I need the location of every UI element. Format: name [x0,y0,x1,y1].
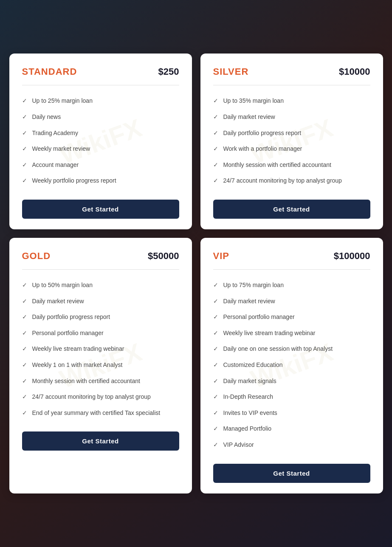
feature-text: Monthly session with certified accountan… [223,161,331,169]
feature-text: Daily one on one session with top Analys… [223,345,333,353]
gold-feature-list: ✓Up to 50% margin loan✓Daily market revi… [22,277,179,421]
list-item: ✓Up to 50% margin loan [22,277,179,293]
feature-text: End of year summary with certified Tax s… [32,409,161,417]
silver-price: $10000 [339,66,370,77]
check-icon: ✓ [213,313,218,320]
feature-text: Daily market review [32,297,84,306]
list-item: ✓24/7 account monitoring by top analyst … [213,173,370,189]
feature-text: 24/7 account monitoring by top analyst g… [32,393,151,401]
check-icon: ✓ [22,130,27,136]
feature-text: Daily market signals [223,377,276,386]
card-vip: VIP$100000✓Up to 75% margin loan✓Daily m… [200,238,383,493]
list-item: ✓Daily one on one session with top Analy… [213,341,370,357]
gold-get-started-button[interactable]: Get Started [22,431,179,451]
check-icon: ✓ [22,361,27,368]
feature-text: Personal portfolio manager [223,313,295,321]
vip-title: VIP [213,251,229,262]
list-item: ✓Up to 75% margin loan [213,277,370,293]
check-icon: ✓ [213,393,218,400]
list-item: ✓Daily market review [213,293,370,310]
feature-text: Daily news [32,113,61,121]
check-icon: ✓ [22,113,27,120]
list-item: ✓Weekly live stream trading webinar [213,325,370,341]
card-silver: SILVER$10000✓Up to 35% margin loan✓Daily… [200,54,383,229]
feature-text: Daily portfolio progress report [32,313,110,321]
check-icon: ✓ [22,97,27,104]
feature-text: Weekly live stream trading webinar [32,345,124,353]
standard-get-started-button[interactable]: Get Started [22,200,179,219]
check-icon: ✓ [213,113,218,120]
check-icon: ✓ [213,345,218,352]
list-item: ✓Daily market signals [213,373,370,389]
check-icon: ✓ [22,409,27,416]
standard-title: STANDARD [22,66,77,77]
list-item: ✓Daily news [22,109,179,125]
check-icon: ✓ [213,161,218,168]
list-item: ✓Personal portfolio manager [22,325,179,341]
list-item: ✓Weekly 1 on 1 with market Analyst [22,357,179,373]
list-item: ✓Daily market review [22,293,179,310]
list-item: ✓VIP Advisor [213,437,370,453]
list-item: ✓Daily portfolio progress report [22,309,179,325]
vip-divider [213,269,370,270]
list-item: ✓Trading Academy [22,125,179,141]
check-icon: ✓ [213,378,218,384]
list-item: ✓Daily portfolio progress report [213,125,370,141]
list-item: ✓Invites to VIP events [213,405,370,421]
gold-price: $50000 [148,251,179,262]
feature-text: Account manager [32,161,79,169]
check-icon: ✓ [22,177,27,184]
check-icon: ✓ [213,177,218,184]
feature-text: Weekly portfolio progress report [32,177,116,185]
standard-divider [22,85,179,85]
feature-text: Customized Education [223,361,283,369]
feature-text: Weekly live stream trading webinar [223,329,316,338]
feature-text: Monthly session with certified accountan… [32,377,140,386]
standard-price: $250 [158,66,179,77]
vip-feature-list: ✓Up to 75% margin loan✓Daily market revi… [213,277,370,453]
check-icon: ✓ [22,393,27,400]
silver-get-started-button[interactable]: Get Started [213,200,370,219]
feature-text: Invites to VIP events [223,409,277,417]
check-icon: ✓ [22,282,27,288]
feature-text: Weekly market review [32,145,90,153]
feature-text: Daily portfolio progress report [223,129,302,138]
vip-get-started-button[interactable]: Get Started [213,464,370,483]
list-item: ✓Up to 35% margin loan [213,93,370,109]
check-icon: ✓ [22,298,27,305]
feature-text: Personal portfolio manager [32,329,104,338]
check-icon: ✓ [22,145,27,152]
check-icon: ✓ [213,298,218,305]
check-icon: ✓ [22,313,27,320]
feature-text: Work with a portfolio manager [223,145,302,153]
list-item: ✓Monthly session with certified accounta… [22,373,179,389]
feature-text: In-Depth Research [223,393,274,401]
card-gold: GOLD$50000✓Up to 50% margin loan✓Daily m… [9,238,192,493]
silver-title: SILVER [213,66,249,77]
feature-text: Up to 75% margin loan [223,281,284,290]
list-item: ✓End of year summary with certified Tax … [22,405,179,421]
check-icon: ✓ [213,97,218,104]
pricing-grid: STANDARD$250✓Up to 25% margin loan✓Daily… [9,54,383,493]
list-item: ✓In-Depth Research [213,389,370,405]
vip-price: $100000 [334,251,370,262]
list-item: ✓Weekly market review [22,141,179,157]
check-icon: ✓ [22,378,27,384]
check-icon: ✓ [22,330,27,336]
list-item: ✓Managed Portfolio [213,421,370,437]
feature-text: 24/7 account monitoring by top analyst g… [223,177,342,185]
feature-text: Weekly 1 on 1 with market Analyst [32,361,123,369]
card-standard: STANDARD$250✓Up to 25% margin loan✓Daily… [9,54,192,229]
check-icon: ✓ [213,130,218,136]
silver-divider [213,85,370,85]
check-icon: ✓ [22,161,27,168]
feature-text: Up to 35% margin loan [223,97,284,105]
check-icon: ✓ [22,345,27,352]
feature-text: Up to 25% margin loan [32,97,93,105]
list-item: ✓Weekly portfolio progress report [22,173,179,189]
feature-text: Daily market review [223,297,275,306]
list-item: ✓Work with a portfolio manager [213,141,370,157]
list-item: ✓Personal portfolio manager [213,309,370,325]
check-icon: ✓ [213,361,218,368]
check-icon: ✓ [213,282,218,288]
